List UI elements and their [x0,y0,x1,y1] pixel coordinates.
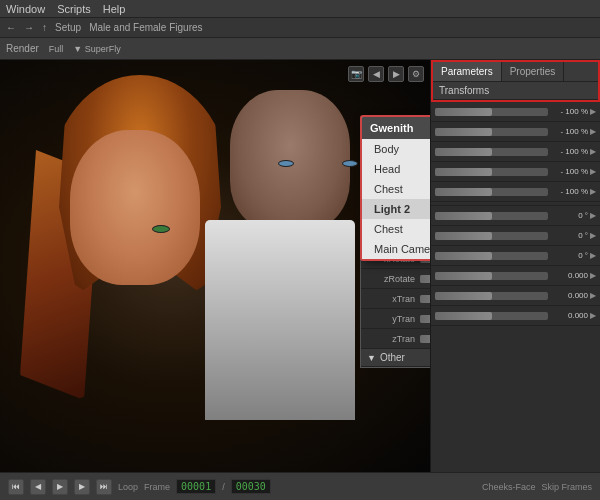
rp-slider-1[interactable] [435,108,548,116]
param-row-zrotate: zRotate 0 ° ▶ [361,269,430,289]
toolbar: ← → ↑ Setup Male and Female Figures [0,18,600,38]
rp-slider-10[interactable] [435,292,548,300]
dropdown-header: Gwenith < > ▶ [362,117,430,139]
rp-row-11: 0.000 ▶ [431,306,600,326]
vp-settings-icon[interactable]: ⚙ [408,66,424,82]
rp-arrow-3[interactable]: ▶ [590,147,596,156]
rp-slider-3[interactable] [435,148,548,156]
up-button[interactable]: ↑ [42,22,47,33]
rp-arrow-1[interactable]: ▶ [590,107,596,116]
rp-slider-7[interactable] [435,232,548,240]
param-slider-ytran[interactable] [420,315,430,323]
param-slider-zrotate[interactable] [420,275,430,283]
forward-button[interactable]: → [24,22,34,33]
rp-row-6: 0 ° ▶ [431,206,600,226]
rp-arrow-9[interactable]: ▶ [590,271,596,280]
param-label-zrotate: zRotate [365,274,415,284]
loop-label: Loop [118,482,138,492]
dropdown-title: Gwenith [370,122,413,134]
step-fwd-btn[interactable]: ▶ [74,479,90,495]
dropdown-item-light2[interactable]: Light 2 [362,199,430,219]
rp-row-1: - 100 % ▶ [431,102,600,122]
menu-help[interactable]: Help [103,3,126,15]
render-button[interactable]: Render [6,43,39,54]
male-eye-left [278,160,294,167]
skip-frames-label: Skip Frames [541,482,592,492]
frame-total: 00030 [231,479,271,494]
frame-label: Frame [144,482,170,492]
rp-slider-11[interactable] [435,312,548,320]
dropdown-item-body[interactable]: Body [362,139,430,159]
rp-row-7: 0 ° ▶ [431,226,600,246]
rp-arrow-10[interactable]: ▶ [590,291,596,300]
rp-arrow-11[interactable]: ▶ [590,311,596,320]
right-panel: Parameters Properties Transforms - 100 %… [430,60,600,472]
rp-row-2: - 100 % ▶ [431,122,600,142]
male-shirt [205,220,355,420]
rp-arrow-2[interactable]: ▶ [590,127,596,136]
menu-scripts[interactable]: Scripts [57,3,91,15]
rp-arrow-7[interactable]: ▶ [590,231,596,240]
param-label-ztran: zTran [365,334,415,344]
rp-arrow-6[interactable]: ▶ [590,211,596,220]
frame-separator: / [222,482,225,492]
param-row-ztran: zTran 0.000 ▶ [361,329,430,349]
tab-properties[interactable]: Properties [502,62,565,81]
vp-nav-prev[interactable]: ◀ [368,66,384,82]
render-toolbar: Render Full ▼ SuperFly [0,38,600,60]
setup-label: Setup [55,22,81,33]
param-slider-xtran[interactable] [420,295,430,303]
viewport[interactable]: 📷 ◀ ▶ ⚙ Gwenith < > ▶ Body Head Chest Li… [0,60,430,472]
male-face [230,90,350,230]
panel-tabs: Parameters Properties [433,62,598,82]
scene-label: Male and Female Figures [89,22,202,33]
dropdown-item-chest-1[interactable]: Chest [362,179,430,199]
camera-icon[interactable]: 📷 [348,66,364,82]
rp-arrow-8[interactable]: ▶ [590,251,596,260]
dropdown-item-head[interactable]: Head [362,159,430,179]
dropdown-popup: Gwenith < > ▶ Body Head Chest Light 2 Ch… [360,115,430,261]
other-section-header: ▼ Other [361,349,430,367]
rp-slider-4[interactable] [435,168,548,176]
back-button[interactable]: ← [6,22,16,33]
superfly-label: ▼ SuperFly [73,44,120,54]
rp-arrow-5[interactable]: ▶ [590,187,596,196]
rp-val-5: - 100 % [548,187,588,196]
skip-end-btn[interactable]: ⏭ [96,479,112,495]
skip-start-btn[interactable]: ⏮ [8,479,24,495]
rp-slider-9[interactable] [435,272,548,280]
rp-slider-2[interactable] [435,128,548,136]
rp-row-3: - 100 % ▶ [431,142,600,162]
dropdown-item-main-camera[interactable]: Main Camera [362,239,430,259]
dropdown-item-chest-2[interactable]: Chest [362,219,430,239]
param-row-xtran: xTran 0.000 ▶ [361,289,430,309]
rp-row-4: - 100 % ▶ [431,162,600,182]
param-row-ytran: yTran 0.000 ▶ [361,309,430,329]
rp-val-8: 0 ° [548,251,588,260]
step-back-btn[interactable]: ◀ [30,479,46,495]
menu-window[interactable]: Window [6,3,45,15]
rp-val-11: 0.000 [548,311,588,320]
param-slider-ztran[interactable] [420,335,430,343]
right-section-header: Transforms [433,82,598,100]
main-area: 📷 ◀ ▶ ⚙ Gwenith < > ▶ Body Head Chest Li… [0,60,600,472]
rp-row-5: - 100 % ▶ [431,182,600,202]
frame-current: 00001 [176,479,216,494]
female-eye-left [152,225,170,233]
rp-val-3: - 100 % [548,147,588,156]
viewport-icons: 📷 ◀ ▶ ⚙ [348,66,424,82]
rp-val-1: - 100 % [548,107,588,116]
right-section-label: Transforms [439,85,489,96]
menu-bar: Window Scripts Help [0,0,600,18]
rp-val-6: 0 ° [548,211,588,220]
vp-nav-next[interactable]: ▶ [388,66,404,82]
rp-slider-5[interactable] [435,188,548,196]
rp-slider-8[interactable] [435,252,548,260]
tab-parameters[interactable]: Parameters [433,62,502,81]
play-btn[interactable]: ▶ [52,479,68,495]
render-mode-label: Full [49,44,64,54]
rp-arrow-4[interactable]: ▶ [590,167,596,176]
male-eye-right [342,160,358,167]
female-face [70,130,200,285]
rp-slider-6[interactable] [435,212,548,220]
